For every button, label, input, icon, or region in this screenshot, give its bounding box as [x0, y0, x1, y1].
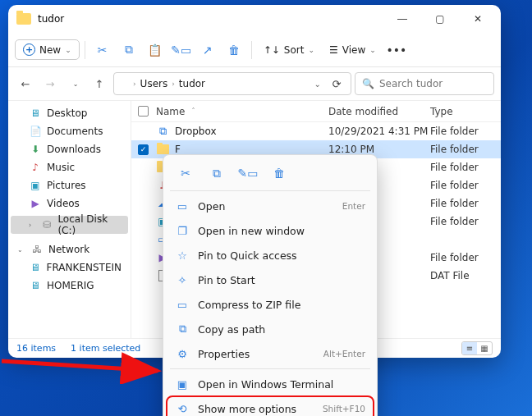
sort-button[interactable]: ↑↓ Sort ⌄ [257, 41, 321, 59]
up-button[interactable]: ↑ [89, 73, 110, 94]
ctx-copy-icon[interactable]: ⧉ [204, 162, 229, 185]
disk-icon: ⛁ [41, 219, 53, 231]
window-title: tudor [38, 13, 384, 25]
recent-button[interactable]: ⌄ [64, 73, 85, 94]
chevron-icon: › [133, 80, 136, 88]
address-dropdown[interactable]: ⌄ [311, 80, 324, 89]
chevron-down-icon: ⌄ [308, 46, 314, 54]
nav-row: ← → ⌄ ↑ › Users › tudor ⌄ ⟳ 🔍 Search tud… [8, 67, 501, 100]
forward-button[interactable]: → [39, 73, 61, 94]
file-icon [156, 144, 169, 155]
view-label: View [342, 44, 365, 56]
ctx-delete-icon[interactable]: 🗑 [267, 162, 291, 185]
file-type: File folder [430, 198, 501, 209]
ctx-pin-to-start[interactable]: ✧ Pin to Start [167, 267, 374, 292]
file-type: File folder [430, 162, 501, 173]
col-type[interactable]: Type [430, 106, 501, 117]
sidebar-label: Local Disk (C:) [57, 213, 122, 236]
delete-icon[interactable]: 🗑 [222, 38, 246, 62]
sidebar-item-videos[interactable]: ▶Videos [11, 194, 128, 213]
window-folder-icon [16, 13, 31, 25]
close-button[interactable]: ✕ [460, 7, 496, 31]
ctx-item-icon: ⟲ [175, 401, 190, 416]
col-date[interactable]: Date modified [328, 106, 430, 117]
ctx-item-label: Compress to ZIP file [198, 299, 357, 311]
address-bar[interactable]: › Users › tudor ⌄ ⟳ [113, 72, 351, 95]
sidebar-item-music[interactable]: ♪Music [11, 158, 128, 176]
sidebar-item-pc[interactable]: 🖥FRANKENSTEIN [11, 258, 128, 277]
view-button[interactable]: ☰ View ⌄ [323, 41, 383, 59]
network-icon: 🖧 [30, 244, 44, 255]
crumb-users[interactable]: Users [138, 76, 171, 91]
paste-icon[interactable]: 📋 [143, 38, 167, 62]
chevron-down-icon: ⌄ [65, 46, 71, 54]
file-row[interactable]: ⧉Dropbox 10/29/2021 4:31 PM File folder [131, 122, 501, 140]
maximize-button[interactable]: ▢ [422, 7, 458, 31]
share-icon[interactable]: ↗ [195, 38, 220, 62]
large-view-icon[interactable]: ▦ [477, 342, 492, 354]
sidebar-item-pictures[interactable]: ▣Pictures [11, 176, 128, 194]
sidebar-label: Pictures [47, 180, 86, 191]
sidebar-item-localdisk[interactable]: › ⛁ Local Disk (C:) [11, 216, 128, 234]
row-check[interactable]: ✓ [138, 144, 156, 155]
pc-icon: 🖥 [29, 262, 42, 273]
ctx-item-label: Open in new window [198, 225, 357, 237]
minimize-button[interactable]: ― [384, 7, 420, 31]
new-button[interactable]: + New ⌄ [15, 39, 80, 60]
sidebar-item-pc[interactable]: 🖥HOMERIG [11, 277, 128, 295]
sidebar-item-network[interactable]: ⌄ 🖧 Network [11, 240, 128, 258]
sidebar-item-documents[interactable]: 📄Documents [11, 122, 128, 140]
more-icon[interactable]: ••• [384, 38, 409, 62]
ctx-open-in-windows-terminal[interactable]: ▣ Open in Windows Terminal [167, 372, 374, 396]
col-name[interactable]: Name ˄ [156, 106, 328, 117]
new-label: New [39, 44, 61, 56]
ctx-item-icon: ✧ [175, 272, 190, 287]
file-type: File folder [430, 144, 501, 155]
chevron-right-icon: › [29, 222, 36, 229]
ctx-item-hint: Enter [342, 201, 365, 211]
sidebar-item-desktop[interactable]: 🖥Desktop [11, 104, 128, 122]
ctx-open[interactable]: ▭ Open Enter [167, 194, 374, 218]
ctx-pin-to-quick-access[interactable]: ☆ Pin to Quick access [167, 243, 374, 267]
file-type: DAT File [430, 270, 501, 281]
sort-icon: ↑↓ [264, 44, 280, 56]
file-name: F [175, 144, 181, 155]
sidebar-label: FRANKENSTEIN [47, 262, 122, 273]
ctx-copy-as-path[interactable]: ⧉ Copy as path [167, 317, 374, 341]
file-date: 12:10 PM [328, 144, 430, 155]
refresh-button[interactable]: ⟳ [326, 73, 347, 94]
copy-icon[interactable]: ⧉ [117, 38, 141, 62]
window-controls: ― ▢ ✕ [384, 7, 496, 31]
pictures-icon: ▣ [29, 180, 42, 191]
sidebar-label: HOMERIG [47, 280, 94, 291]
cut-icon[interactable]: ✂ [90, 38, 115, 62]
sort-asc-icon: ˄ [191, 107, 195, 115]
sidebar-item-downloads[interactable]: ⬇Downloads [11, 140, 128, 158]
search-placeholder: Search tudor [379, 78, 443, 89]
context-toolbar: ✂ ⧉ ✎▭ 🗑 [167, 158, 374, 188]
folder-icon [117, 79, 130, 89]
ctx-compress-to-zip-file[interactable]: ▭ Compress to ZIP file [167, 292, 374, 317]
ctx-item-icon: ⚙ [175, 346, 190, 361]
sidebar-label: Desktop [47, 107, 88, 119]
select-all-check[interactable] [138, 106, 156, 117]
file-icon: ⧉ [156, 126, 169, 137]
search-input[interactable]: 🔍 Search tudor [355, 72, 494, 95]
chevron-down-icon: ⌄ [17, 246, 25, 254]
rename-icon[interactable]: ✎▭ [169, 38, 194, 62]
details-view-icon[interactable]: ≡ [462, 342, 477, 354]
crumb-tudor[interactable]: tudor [177, 76, 208, 91]
back-button[interactable]: ← [15, 73, 36, 94]
titlebar: tudor ― ▢ ✕ [8, 5, 501, 33]
toolbar: + New ⌄ ✂ ⧉ 📋 ✎▭ ↗ 🗑 ↑↓ Sort ⌄ ☰ View ⌄ … [8, 33, 501, 67]
ctx-rename-icon[interactable]: ✎▭ [236, 162, 260, 185]
ctx-item-icon: ▣ [175, 377, 190, 391]
ctx-item-label: Pin to Start [198, 274, 357, 286]
ctx-open-in-new-window[interactable]: ❐ Open in new window [167, 218, 374, 243]
ctx-properties[interactable]: ⚙ Properties Alt+Enter [167, 341, 374, 366]
plus-icon: + [23, 43, 35, 56]
ctx-cut-icon[interactable]: ✂ [173, 162, 198, 185]
ctx-show-more-options[interactable]: ⟲ Show more options Shift+F10 [167, 396, 374, 416]
view-toggle[interactable]: ≡ ▦ [461, 341, 493, 355]
ctx-item-label: Properties [198, 348, 315, 360]
